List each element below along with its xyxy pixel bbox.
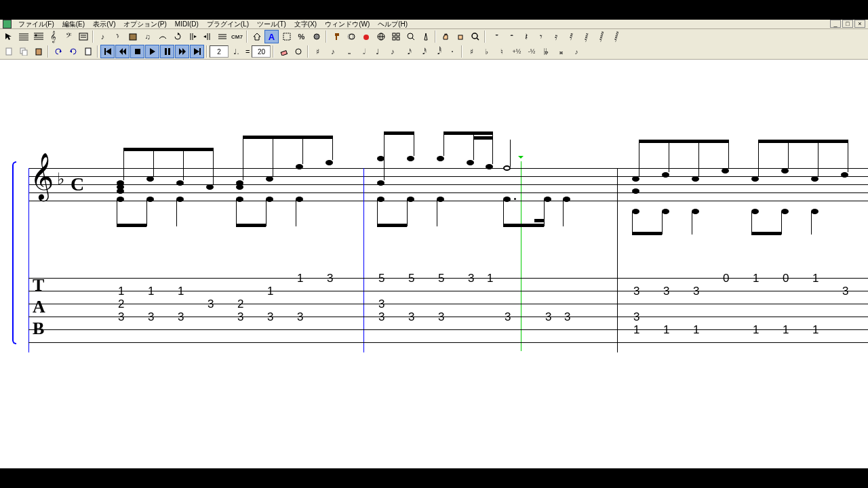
circle-empty-icon[interactable]	[291, 45, 305, 58]
fret-number[interactable]: 5	[438, 272, 444, 285]
eighth-note-icon[interactable]: ♪	[385, 45, 399, 58]
pause-button[interactable]	[160, 45, 174, 58]
fret-number[interactable]: 3	[633, 285, 639, 298]
notes-icon[interactable]: ♫	[140, 30, 155, 43]
rewind-button[interactable]	[115, 45, 130, 58]
tempo-numerator-input[interactable]: 2	[210, 45, 229, 58]
menu-plugins[interactable]: プラグイン(L)	[204, 20, 252, 29]
fret-number[interactable]: 3	[118, 310, 124, 324]
fret-number[interactable]: 1	[487, 272, 493, 285]
note-value-select-icon[interactable]: ♩.	[229, 45, 243, 58]
fret-number[interactable]: 5	[378, 272, 384, 285]
note-stem-down-icon[interactable]: ♪	[111, 30, 125, 43]
cycle-icon[interactable]	[170, 30, 184, 43]
treble-clef-icon[interactable]: 𝄞	[46, 30, 60, 43]
fret-number[interactable]: 5	[408, 272, 414, 285]
text-list-icon[interactable]	[215, 30, 229, 43]
metronome-icon[interactable]	[418, 30, 433, 43]
minus-half-icon[interactable]: -½	[524, 45, 538, 58]
rest-16-icon[interactable]: 𝄿	[547, 30, 561, 43]
sharp-tool-icon[interactable]: ♯	[311, 45, 325, 58]
magnify-note-icon[interactable]	[403, 30, 418, 43]
stop-button[interactable]	[130, 45, 144, 58]
fret-number[interactable]: 3	[564, 310, 570, 324]
fret-number[interactable]: 3	[545, 310, 551, 324]
tab-staff-icon[interactable]	[31, 30, 45, 43]
tempo-value-input[interactable]: 20	[252, 45, 271, 58]
menu-view[interactable]: 表示(V)	[90, 20, 118, 29]
pointer-tool-icon[interactable]	[1, 30, 16, 43]
fret-number[interactable]: 1	[633, 323, 639, 337]
fret-number[interactable]: 0	[783, 272, 789, 285]
fret-number[interactable]: 3	[663, 285, 669, 298]
fret-number[interactable]: 1	[753, 323, 759, 337]
fret-number[interactable]: 0	[723, 272, 729, 285]
fret-number[interactable]: 1	[267, 285, 273, 298]
lyric-icon[interactable]	[76, 30, 90, 43]
menu-window[interactable]: ウィンドウ(W)	[322, 20, 372, 29]
menu-file[interactable]: ファイル(F)	[16, 20, 57, 29]
selection-icon[interactable]	[279, 30, 294, 43]
half-note-icon[interactable]: 𝅗𝅥	[355, 45, 370, 58]
home-icon[interactable]	[250, 30, 264, 43]
fret-number[interactable]: 1	[118, 285, 124, 298]
dot-icon[interactable]: ·	[445, 45, 459, 58]
rest-64-icon[interactable]: 𝅁	[577, 30, 591, 43]
grace-note-icon[interactable]: ♪	[569, 45, 583, 58]
apple-icon[interactable]	[359, 30, 373, 43]
rewind-start-button[interactable]	[100, 45, 115, 58]
fret-number[interactable]: 3	[693, 285, 699, 298]
text-a-icon[interactable]: A	[264, 30, 279, 43]
fret-number[interactable]: 1	[812, 323, 818, 337]
tie-icon[interactable]	[155, 30, 170, 43]
fret-number[interactable]: 3	[237, 310, 243, 324]
natural-accidental-icon[interactable]: ♮	[494, 45, 509, 58]
menu-midi[interactable]: MIDI(D)	[172, 20, 201, 28]
fret-number[interactable]: 1	[663, 323, 669, 337]
note-eighth-arrow-icon[interactable]: ♪	[326, 45, 340, 58]
fret-number[interactable]: 1	[783, 323, 789, 337]
eraser-icon[interactable]	[276, 45, 290, 58]
fret-number[interactable]: 3	[267, 310, 273, 324]
whole-note-icon[interactable]: 𝅝	[340, 45, 355, 58]
fret-number[interactable]: 3	[438, 310, 444, 324]
menu-edit[interactable]: 編集(E)	[60, 20, 87, 29]
chord-book-icon[interactable]	[125, 30, 140, 43]
fret-number[interactable]: 2	[118, 298, 124, 311]
fret-number[interactable]: 1	[178, 285, 184, 298]
copy-icon[interactable]	[16, 45, 31, 58]
fret-number[interactable]: 3	[468, 272, 474, 285]
play-button[interactable]	[145, 45, 159, 58]
rest-4-icon[interactable]: 𝄽	[517, 30, 532, 43]
onion-icon[interactable]	[344, 30, 358, 43]
score-canvas[interactable]: 𝄞 ♭ C	[0, 60, 868, 466]
rest-1-icon[interactable]: 𝄻	[488, 30, 502, 43]
zoom-icon[interactable]	[468, 30, 482, 43]
hammer-icon[interactable]	[329, 30, 343, 43]
page-icon[interactable]	[81, 45, 95, 58]
bass-clef-icon[interactable]: 𝄢	[61, 30, 75, 43]
fret-number[interactable]: 1	[693, 323, 699, 337]
forward-button[interactable]	[175, 45, 189, 58]
thirtysecond-note-icon[interactable]: 𝅘𝅥𝅰	[415, 45, 429, 58]
rest-256-icon[interactable]: 𝅂	[607, 30, 621, 43]
fret-number[interactable]: 3	[378, 298, 384, 311]
fret-number[interactable]: 2	[237, 298, 243, 311]
plus-half-icon[interactable]: +½	[509, 45, 524, 58]
fret-number[interactable]: 3	[148, 310, 154, 324]
menu-tools[interactable]: ツール(T)	[254, 20, 289, 29]
fret-number[interactable]: 3	[297, 310, 303, 324]
staff-icon[interactable]	[16, 30, 31, 43]
double-flat-icon[interactable]: 𝄫	[539, 45, 553, 58]
fret-number[interactable]: 3	[633, 310, 639, 324]
window-max-button[interactable]: □	[842, 20, 853, 28]
double-sharp-icon[interactable]: 𝄪	[554, 45, 568, 58]
menu-help[interactable]: ヘルプ(H)	[375, 20, 410, 29]
fret-number[interactable]: 3	[208, 298, 214, 311]
grid-icon[interactable]	[389, 30, 403, 43]
new-icon[interactable]	[1, 45, 16, 58]
rest-32-icon[interactable]: 𝅀	[562, 30, 576, 43]
fret-number[interactable]: 3	[505, 310, 511, 324]
fret-number[interactable]: 3	[178, 310, 184, 324]
note-stem-up-icon[interactable]: ♪	[96, 30, 110, 43]
